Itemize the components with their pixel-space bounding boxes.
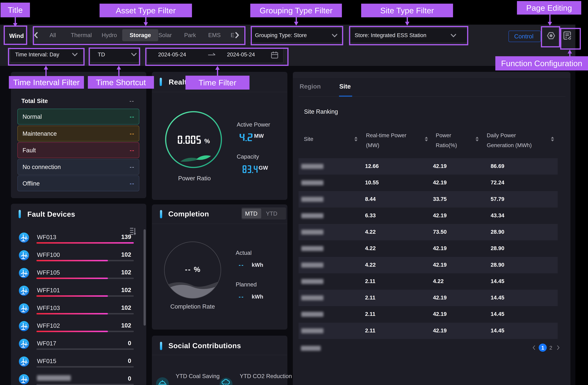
svg-text:CO2: CO2 — [223, 383, 229, 385]
